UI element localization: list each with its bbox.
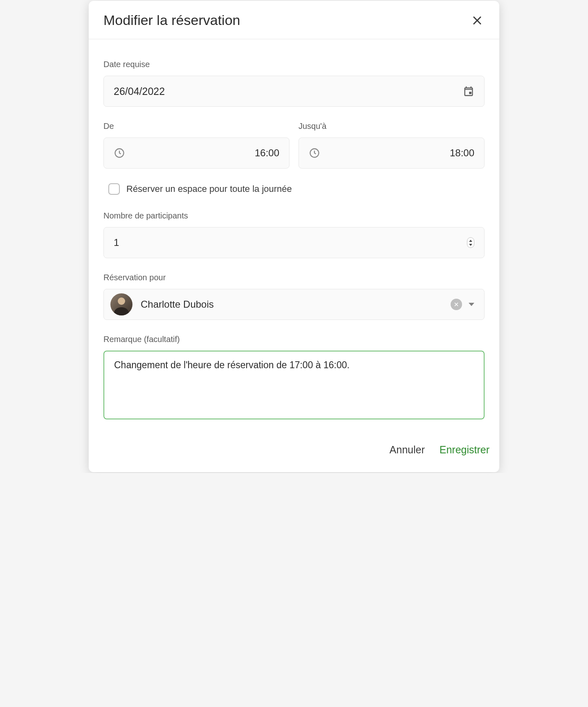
booking-for-label: Réservation pour	[103, 273, 485, 282]
participants-group: Nombre de participants 1	[103, 211, 485, 258]
participants-label: Nombre de participants	[103, 211, 485, 221]
chevron-up-icon	[469, 240, 472, 242]
all-day-checkbox[interactable]	[108, 183, 120, 195]
clock-icon	[114, 147, 125, 159]
cancel-button[interactable]: Annuler	[390, 442, 425, 457]
person-actions	[451, 299, 474, 310]
time-to-value: 18:00	[450, 147, 474, 159]
chevron-down-icon[interactable]	[469, 303, 474, 306]
participants-value: 1	[114, 237, 119, 248]
time-from-input[interactable]: 16:00	[103, 137, 290, 169]
close-icon	[471, 15, 483, 26]
all-day-row: Réserver un espace pour toute la journée	[103, 183, 485, 195]
time-to-input[interactable]: 18:00	[298, 137, 485, 169]
clear-person-button[interactable]	[451, 299, 462, 310]
edit-reservation-dialog: Modifier la réservation Date requise 26/…	[89, 1, 499, 472]
participants-input[interactable]: 1	[103, 227, 485, 258]
calendar-icon	[463, 86, 474, 97]
note-textarea[interactable]	[103, 351, 485, 419]
person-name: Charlotte Dubois	[141, 299, 442, 310]
all-day-label: Réserver un espace pour toute la journée	[126, 184, 292, 194]
time-from-label: De	[103, 122, 290, 131]
note-label: Remarque (facultatif)	[103, 335, 485, 344]
save-button[interactable]: Enregistrer	[440, 442, 489, 457]
time-from-value: 16:00	[255, 147, 279, 159]
close-button[interactable]	[470, 13, 485, 28]
dialog-title: Modifier la réservation	[103, 12, 240, 28]
date-label: Date requise	[103, 60, 485, 69]
note-group: Remarque (facultatif)	[103, 335, 485, 421]
close-icon	[453, 302, 459, 307]
dialog-body: Date requise 26/04/2022 De 16:00	[89, 39, 499, 429]
svg-rect-2	[469, 92, 471, 94]
date-value: 26/04/2022	[114, 86, 165, 97]
time-to-group: Jusqu'à 18:00	[298, 122, 485, 169]
dialog-footer: Annuler Enregistrer	[89, 429, 499, 472]
booking-for-input[interactable]: Charlotte Dubois	[103, 289, 485, 320]
time-from-group: De 16:00	[103, 122, 290, 169]
booking-for-group: Réservation pour Charlotte Dubois	[103, 273, 485, 320]
dialog-header: Modifier la réservation	[89, 1, 499, 39]
time-row: De 16:00 Jusqu'à 18:00	[103, 122, 485, 169]
date-group: Date requise 26/04/2022	[103, 60, 485, 107]
clock-icon	[309, 147, 320, 159]
time-to-label: Jusqu'à	[298, 122, 485, 131]
avatar	[110, 293, 132, 315]
chevron-down-icon	[469, 244, 472, 246]
quantity-stepper[interactable]	[467, 237, 474, 248]
date-input[interactable]: 26/04/2022	[103, 76, 485, 107]
